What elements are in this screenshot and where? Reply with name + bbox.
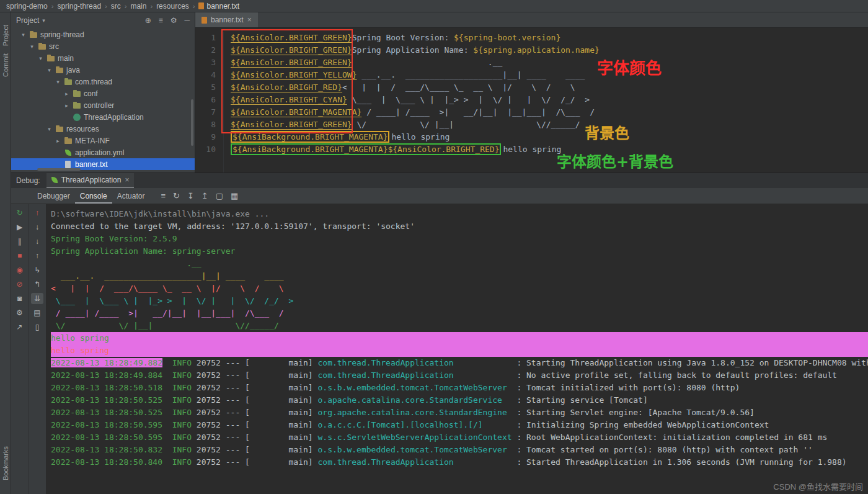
chevron-down-icon[interactable]: ▾ (37, 55, 44, 61)
stripe-button-commit[interactable]: Commit (2, 53, 9, 77)
tree-item-controller[interactable]: ▸controller (11, 99, 195, 111)
console-output[interactable]: D:\software\IDEA\jdk\install\bin\java.ex… (46, 204, 868, 494)
collapse-all-icon[interactable]: ≡ (159, 16, 163, 25)
tree-horizontal-scrollbar[interactable] (37, 168, 81, 171)
layout-settings-icon[interactable]: ≡ (161, 191, 166, 200)
close-icon[interactable]: × (125, 176, 129, 184)
stripe-button-project[interactable]: Project (2, 25, 9, 46)
hide-icon[interactable]: ─ (184, 16, 190, 25)
spring-icon (64, 149, 73, 156)
step-out-icon[interactable]: ↑ (31, 250, 43, 261)
stripe-button-bookmarks[interactable]: Bookmarks (2, 446, 9, 480)
chevron-down-icon[interactable]: ▾ (46, 67, 53, 73)
tree-item-com-thread[interactable]: ▾com.thread (11, 76, 195, 88)
chevron-down-icon[interactable]: ▾ (46, 126, 53, 132)
tree-item-src[interactable]: ▾src (11, 40, 195, 52)
line-number: 6 (195, 94, 216, 106)
breadcrumb-item[interactable]: spring-thread (56, 2, 102, 11)
log-logger: o.s.b.w.embedded.tomcat.TomcatWebServer (317, 383, 512, 392)
tree-item-meta-inf[interactable]: ▸META-INF (11, 135, 195, 146)
tab-debugger[interactable]: Debugger (32, 190, 75, 202)
console-line: < | | / ___/\____ \_ __ \ |/ \ / \ (51, 282, 868, 295)
resume-icon[interactable]: ▶ (14, 222, 26, 233)
show-execution-point-icon[interactable]: ↑ (31, 207, 43, 218)
breadcrumb-item[interactable]: spring-demo (5, 2, 49, 11)
run-to-cursor-icon[interactable]: ↳ (31, 264, 43, 276)
chevron-right-icon[interactable]: ▸ (63, 91, 70, 97)
breadcrumb-item[interactable]: src (110, 2, 122, 11)
log-gap (162, 457, 172, 467)
tree-item-threadapplication[interactable]: ThreadApplication (11, 111, 195, 123)
code-text: ___.__. ____________________|__| ____ __… (357, 70, 585, 79)
line-number: 5 (195, 81, 216, 94)
chevron-down-icon[interactable]: ▾ (20, 32, 27, 38)
chevron-down-icon[interactable]: ▾ (29, 43, 35, 50)
clear-icon[interactable]: ▯ (31, 321, 43, 333)
console-line: \___ | \___ \ | |_> > | \/ | | \/ /_/ > (51, 295, 868, 307)
editor-tab-banner-txt[interactable]: banner.txt × (195, 12, 258, 27)
editor-body[interactable]: 12345678910 ${AnsiColor.BRIGHT_GREEN}Spr… (195, 28, 868, 173)
thread-dump-icon[interactable]: ◙ (14, 293, 26, 304)
breadcrumb-item[interactable]: resources (155, 2, 190, 11)
tree-vertical-scrollbar[interactable] (191, 99, 193, 146)
log-thread: main] (250, 457, 318, 467)
log-gap (162, 358, 172, 367)
log-pid: 20752 --- [ (192, 370, 250, 380)
tree-item-conf[interactable]: ▸conf (11, 88, 195, 99)
file-icon (198, 2, 204, 9)
step-into-icon[interactable]: ↓ (31, 236, 43, 247)
log-timestamp: 2022-08-13 18:28:50.595 (51, 433, 162, 442)
step-over-icon[interactable]: ↓ (31, 222, 43, 233)
tree-item-application-yml[interactable]: application.yml (11, 146, 195, 158)
debug-session-tab[interactable]: ThreadApplication × (46, 173, 135, 188)
chevron-down-icon[interactable]: ▾ (42, 17, 45, 24)
annotation-font-color: 字体颜色 (597, 55, 662, 78)
locate-icon[interactable]: ⊕ (145, 16, 151, 25)
scroll-down-icon[interactable]: ↧ (187, 191, 194, 200)
console-line: Spring Boot Version: 2.5.9 (51, 233, 868, 245)
log-logger: w.s.c.ServletWebServerApplicationContext (317, 433, 512, 442)
log-message: : Starting ThreadApplication using Java … (512, 358, 868, 367)
pause-icon[interactable]: ∥ (14, 236, 26, 247)
tree-item-spring-thread[interactable]: ▾spring-thread (11, 29, 195, 40)
chevron-down-icon[interactable]: ▾ (55, 79, 61, 85)
print-icon[interactable]: ▤ (31, 307, 43, 318)
breadcrumb-item[interactable]: banner.txt (197, 2, 241, 11)
tab-actuator[interactable]: Actuator (112, 190, 150, 202)
settings-icon[interactable]: ⚙ (170, 16, 177, 25)
line-number: 4 (195, 69, 216, 81)
mute-breakpoints-icon[interactable]: ⊘ (14, 279, 26, 290)
soft-wrap-icon[interactable]: ▢ (216, 191, 223, 200)
folder-icon (29, 31, 38, 38)
stop-icon[interactable]: ■ (14, 250, 26, 261)
scroll-up-icon[interactable]: ↥ (202, 191, 208, 200)
ansi-token: ${AnsiColor.BRIGHT_CYAN} (231, 95, 347, 104)
view-breakpoints-icon[interactable]: ◉ (14, 264, 26, 276)
breadcrumb-item[interactable]: main (129, 2, 148, 11)
ansi-token: ${AnsiBackground.BRIGHT_MAGENTA} (231, 131, 389, 143)
folder-icon (38, 43, 46, 50)
debug-settings-icon[interactable]: ⚙ (14, 307, 26, 318)
spring-boot-icon (51, 177, 58, 183)
chevron-right-icon[interactable]: ▸ (63, 102, 70, 109)
tree-item-java[interactable]: ▾java (11, 64, 195, 76)
restore-layout-icon[interactable]: ↻ (173, 191, 180, 200)
split-icon[interactable]: ▦ (231, 191, 238, 200)
folder-icon (55, 125, 64, 133)
editor-code[interactable]: ${AnsiColor.BRIGHT_GREEN}Spring Boot Ver… (224, 32, 600, 173)
pin-icon[interactable]: ↗ (14, 321, 26, 333)
close-icon[interactable]: × (247, 16, 252, 24)
scroll-to-end-icon[interactable]: ⇊ (31, 293, 43, 304)
tab-console[interactable]: Console (75, 190, 112, 204)
chevron-right-icon[interactable]: ▸ (55, 138, 61, 144)
editor-tab-bar: banner.txt × (195, 12, 868, 28)
log-pid: 20752 --- [ (192, 420, 250, 429)
log-pid: 20752 --- [ (192, 408, 250, 417)
tree-item-resources[interactable]: ▾resources (11, 123, 195, 135)
console-line: Connected to the target VM, address: '12… (51, 220, 868, 233)
log-row: 2022-08-13 18:28:50.840 INFO 20752 --- [… (51, 456, 868, 469)
drop-frame-icon[interactable]: ↰ (31, 279, 43, 290)
tree-item-main[interactable]: ▾main (11, 52, 195, 64)
stripe-top: ProjectCommit (2, 17, 9, 84)
rerun-icon[interactable]: ↻ (14, 207, 26, 218)
